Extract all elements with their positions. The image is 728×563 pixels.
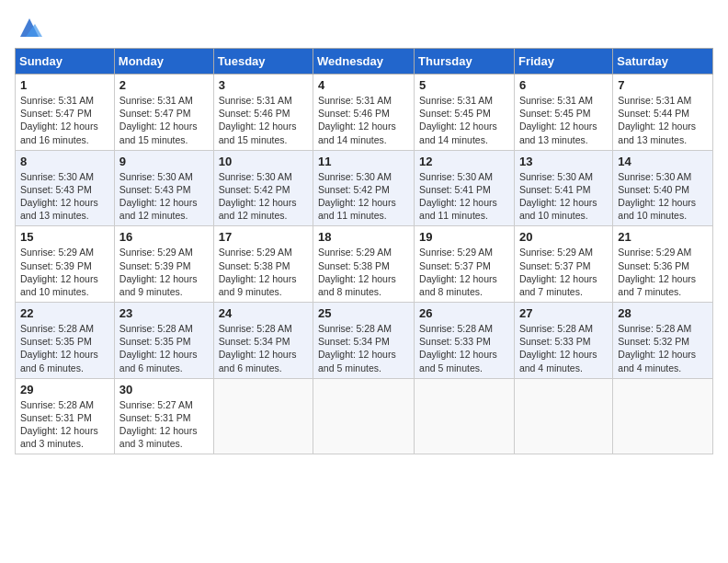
day-cell-9: 9Sunrise: 5:30 AM Sunset: 5:43 PM Daylig…: [114, 150, 213, 226]
week-row-1: 1Sunrise: 5:31 AM Sunset: 5:47 PM Daylig…: [16, 75, 713, 151]
day-cell-30: 30Sunrise: 5:27 AM Sunset: 5:31 PM Dayli…: [114, 378, 213, 454]
day-cell-4: 4Sunrise: 5:31 AM Sunset: 5:46 PM Daylig…: [313, 75, 415, 151]
day-cell-5: 5Sunrise: 5:31 AM Sunset: 5:45 PM Daylig…: [415, 75, 515, 151]
day-cell-21: 21Sunrise: 5:29 AM Sunset: 5:36 PM Dayli…: [613, 226, 713, 303]
day-cell-28: 28Sunrise: 5:28 AM Sunset: 5:32 PM Dayli…: [613, 303, 713, 379]
day-cell-13: 13Sunrise: 5:30 AM Sunset: 5:41 PM Dayli…: [514, 150, 612, 226]
day-number: 28: [618, 306, 708, 320]
weekday-header-saturday: Saturday: [613, 49, 713, 75]
day-info: Sunrise: 5:31 AM Sunset: 5:47 PM Dayligh…: [119, 94, 209, 146]
day-number: 5: [419, 78, 509, 92]
day-info: Sunrise: 5:31 AM Sunset: 5:45 PM Dayligh…: [519, 94, 608, 146]
day-number: 29: [20, 383, 109, 396]
day-cell-2: 2Sunrise: 5:31 AM Sunset: 5:47 PM Daylig…: [114, 75, 213, 151]
day-number: 22: [20, 306, 109, 320]
day-info: Sunrise: 5:28 AM Sunset: 5:35 PM Dayligh…: [20, 322, 109, 374]
day-info: Sunrise: 5:28 AM Sunset: 5:34 PM Dayligh…: [219, 322, 308, 374]
day-cell-3: 3Sunrise: 5:31 AM Sunset: 5:46 PM Daylig…: [213, 75, 313, 151]
day-number: 25: [318, 306, 409, 320]
day-number: 13: [519, 155, 608, 168]
day-number: 9: [119, 155, 209, 168]
week-row-5: 29Sunrise: 5:28 AM Sunset: 5:31 PM Dayli…: [16, 378, 713, 454]
day-info: Sunrise: 5:31 AM Sunset: 5:47 PM Dayligh…: [20, 94, 109, 146]
week-row-4: 22Sunrise: 5:28 AM Sunset: 5:35 PM Dayli…: [16, 303, 713, 379]
day-info: Sunrise: 5:30 AM Sunset: 5:42 PM Dayligh…: [219, 170, 308, 223]
day-cell-16: 16Sunrise: 5:29 AM Sunset: 5:39 PM Dayli…: [114, 226, 213, 303]
day-number: 20: [519, 230, 608, 244]
day-info: Sunrise: 5:30 AM Sunset: 5:40 PM Dayligh…: [618, 170, 708, 223]
week-row-3: 15Sunrise: 5:29 AM Sunset: 5:39 PM Dayli…: [16, 226, 713, 303]
day-info: Sunrise: 5:28 AM Sunset: 5:33 PM Dayligh…: [419, 322, 509, 374]
day-info: Sunrise: 5:29 AM Sunset: 5:36 PM Dayligh…: [618, 246, 708, 298]
day-cell-7: 7Sunrise: 5:31 AM Sunset: 5:44 PM Daylig…: [613, 75, 713, 151]
day-info: Sunrise: 5:28 AM Sunset: 5:34 PM Dayligh…: [318, 322, 409, 374]
weekday-header-row: SundayMondayTuesdayWednesdayThursdayFrid…: [16, 49, 713, 75]
day-info: Sunrise: 5:30 AM Sunset: 5:43 PM Dayligh…: [119, 170, 209, 223]
day-info: Sunrise: 5:30 AM Sunset: 5:42 PM Dayligh…: [318, 170, 409, 223]
day-number: 4: [318, 78, 409, 92]
day-cell-27: 27Sunrise: 5:28 AM Sunset: 5:33 PM Dayli…: [514, 303, 612, 379]
day-number: 16: [119, 230, 209, 244]
day-info: Sunrise: 5:29 AM Sunset: 5:38 PM Dayligh…: [318, 246, 409, 298]
day-number: 10: [219, 155, 308, 168]
day-info: Sunrise: 5:30 AM Sunset: 5:41 PM Dayligh…: [419, 170, 509, 223]
day-number: 26: [419, 306, 509, 320]
day-cell-19: 19Sunrise: 5:29 AM Sunset: 5:37 PM Dayli…: [415, 226, 515, 303]
day-cell-6: 6Sunrise: 5:31 AM Sunset: 5:45 PM Daylig…: [514, 75, 612, 151]
day-info: Sunrise: 5:30 AM Sunset: 5:41 PM Dayligh…: [519, 170, 608, 223]
logo: [15, 18, 42, 40]
day-number: 6: [519, 78, 608, 92]
day-cell-1: 1Sunrise: 5:31 AM Sunset: 5:47 PM Daylig…: [16, 75, 115, 151]
day-info: Sunrise: 5:28 AM Sunset: 5:35 PM Dayligh…: [119, 322, 209, 374]
empty-cell: [514, 378, 612, 454]
day-number: 15: [20, 230, 109, 244]
day-cell-29: 29Sunrise: 5:28 AM Sunset: 5:31 PM Dayli…: [16, 378, 115, 454]
day-info: Sunrise: 5:29 AM Sunset: 5:37 PM Dayligh…: [419, 246, 509, 298]
weekday-header-sunday: Sunday: [16, 49, 115, 75]
day-cell-18: 18Sunrise: 5:29 AM Sunset: 5:38 PM Dayli…: [313, 226, 415, 303]
day-info: Sunrise: 5:29 AM Sunset: 5:39 PM Dayligh…: [20, 246, 109, 298]
weekday-header-friday: Friday: [514, 49, 612, 75]
day-info: Sunrise: 5:31 AM Sunset: 5:45 PM Dayligh…: [419, 94, 509, 146]
day-number: 11: [318, 155, 409, 168]
day-cell-25: 25Sunrise: 5:28 AM Sunset: 5:34 PM Dayli…: [313, 303, 415, 379]
day-number: 7: [618, 78, 708, 92]
day-info: Sunrise: 5:28 AM Sunset: 5:31 PM Dayligh…: [20, 398, 109, 451]
day-number: 3: [219, 78, 308, 92]
day-cell-22: 22Sunrise: 5:28 AM Sunset: 5:35 PM Dayli…: [16, 303, 115, 379]
empty-cell: [213, 378, 313, 454]
header: [15, 15, 713, 40]
day-info: Sunrise: 5:28 AM Sunset: 5:32 PM Dayligh…: [618, 322, 708, 374]
day-number: 19: [419, 230, 509, 244]
weekday-header-wednesday: Wednesday: [313, 49, 415, 75]
day-number: 14: [618, 155, 708, 168]
day-info: Sunrise: 5:28 AM Sunset: 5:33 PM Dayligh…: [519, 322, 608, 374]
day-cell-14: 14Sunrise: 5:30 AM Sunset: 5:40 PM Dayli…: [613, 150, 713, 226]
day-info: Sunrise: 5:30 AM Sunset: 5:43 PM Dayligh…: [20, 170, 109, 223]
day-cell-8: 8Sunrise: 5:30 AM Sunset: 5:43 PM Daylig…: [16, 150, 115, 226]
day-number: 2: [119, 78, 209, 92]
day-number: 27: [519, 306, 608, 320]
day-info: Sunrise: 5:31 AM Sunset: 5:46 PM Dayligh…: [219, 94, 308, 146]
day-number: 12: [419, 155, 509, 168]
logo-icon: [17, 15, 42, 40]
day-info: Sunrise: 5:31 AM Sunset: 5:46 PM Dayligh…: [318, 94, 409, 146]
week-row-2: 8Sunrise: 5:30 AM Sunset: 5:43 PM Daylig…: [16, 150, 713, 226]
weekday-header-monday: Monday: [114, 49, 213, 75]
empty-cell: [415, 378, 515, 454]
day-info: Sunrise: 5:29 AM Sunset: 5:38 PM Dayligh…: [219, 246, 308, 298]
day-number: 23: [119, 306, 209, 320]
weekday-header-tuesday: Tuesday: [213, 49, 313, 75]
day-cell-23: 23Sunrise: 5:28 AM Sunset: 5:35 PM Dayli…: [114, 303, 213, 379]
day-number: 1: [20, 78, 109, 92]
day-cell-17: 17Sunrise: 5:29 AM Sunset: 5:38 PM Dayli…: [213, 226, 313, 303]
day-cell-15: 15Sunrise: 5:29 AM Sunset: 5:39 PM Dayli…: [16, 226, 115, 303]
day-number: 18: [318, 230, 409, 244]
day-info: Sunrise: 5:29 AM Sunset: 5:39 PM Dayligh…: [119, 246, 209, 298]
weekday-header-thursday: Thursday: [415, 49, 515, 75]
day-info: Sunrise: 5:27 AM Sunset: 5:31 PM Dayligh…: [119, 398, 209, 451]
day-info: Sunrise: 5:29 AM Sunset: 5:37 PM Dayligh…: [519, 246, 608, 298]
day-cell-12: 12Sunrise: 5:30 AM Sunset: 5:41 PM Dayli…: [415, 150, 515, 226]
empty-cell: [613, 378, 713, 454]
day-number: 8: [20, 155, 109, 168]
